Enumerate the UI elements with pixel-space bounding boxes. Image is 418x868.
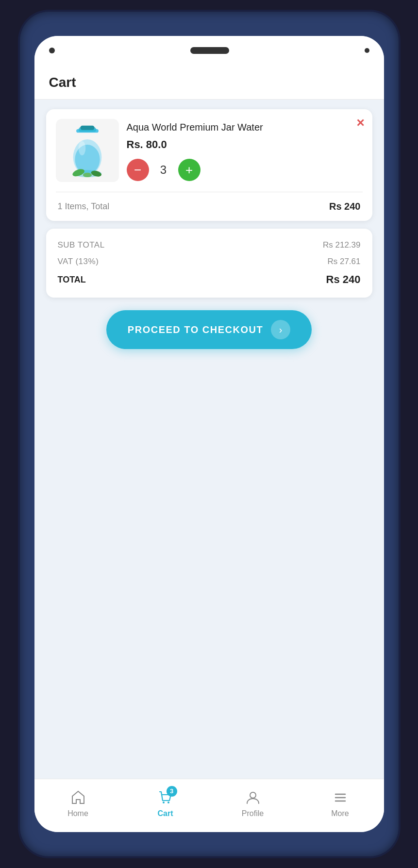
vat-row: VAT (13%) Rs 27.61 [58, 257, 361, 267]
quantity-value: 3 [159, 163, 168, 177]
checkout-arrow-icon: › [271, 320, 290, 339]
remove-item-button[interactable]: ✕ [356, 117, 365, 130]
svg-point-9 [83, 173, 91, 177]
checkout-button-label: PROCEED TO CHECKOUT [128, 324, 263, 335]
quantity-controls: − 3 + [127, 159, 363, 181]
phone-frame: Cart [20, 12, 399, 856]
status-bar [34, 36, 384, 65]
cart-item: Aqua World Premium Jar Water Rs. 80.0 − … [46, 109, 372, 192]
svg-point-5 [78, 141, 85, 155]
cart-summary-row: 1 Items, Total Rs 240 [46, 192, 372, 221]
nav-label-more: More [331, 809, 349, 818]
nav-label-profile: Profile [242, 809, 264, 818]
nav-item-cart[interactable]: 3 Cart [122, 789, 209, 818]
item-price: Rs. 80.0 [127, 138, 363, 151]
vat-value: Rs 27.61 [327, 257, 360, 267]
main-content: Aqua World Premium Jar Water Rs. 80.0 − … [34, 100, 384, 779]
sensor-area [365, 48, 369, 53]
item-details: Aqua World Premium Jar Water Rs. 80.0 − … [127, 119, 363, 181]
svg-point-12 [250, 792, 256, 798]
nav-item-home[interactable]: Home [34, 789, 122, 818]
cart-badge: 3 [167, 786, 177, 797]
front-camera-area [49, 48, 55, 53]
item-image-container [56, 119, 119, 182]
checkout-btn-container: PROCEED TO CHECKOUT › [46, 305, 372, 359]
page-title: Cart [49, 75, 76, 90]
vat-label: VAT (13%) [58, 257, 99, 267]
nav-item-more[interactable]: More [297, 789, 384, 818]
decrease-quantity-button[interactable]: − [127, 159, 149, 181]
profile-icon [244, 789, 262, 806]
nav-label-cart: Cart [157, 809, 173, 818]
total-value: Rs 240 [326, 273, 361, 286]
svg-rect-2 [80, 126, 94, 130]
total-label: TOTAL [58, 275, 86, 285]
nav-label-home: Home [67, 809, 88, 818]
app-header: Cart [34, 65, 384, 100]
sensor-dot [365, 48, 369, 53]
checkout-button[interactable]: PROCEED TO CHECKOUT › [106, 310, 312, 349]
svg-point-10 [163, 801, 165, 803]
totals-card: SUB TOTAL Rs 212.39 VAT (13%) Rs 27.61 T… [46, 229, 372, 298]
subtotal-label: SUB TOTAL [58, 240, 105, 250]
increase-quantity-button[interactable]: + [178, 159, 201, 181]
items-count: 1 Items, Total [58, 201, 110, 212]
cart-icon: 3 [157, 789, 174, 806]
total-row: TOTAL Rs 240 [58, 273, 361, 286]
speaker [190, 47, 229, 54]
subtotal-value: Rs 212.39 [323, 240, 361, 250]
subtotal-row: SUB TOTAL Rs 212.39 [58, 240, 361, 250]
home-icon [69, 789, 87, 806]
nav-item-profile[interactable]: Profile [209, 789, 297, 818]
bottom-nav: Home 3 Cart [34, 779, 384, 832]
camera-dot [49, 48, 55, 53]
phone-screen: Cart [34, 36, 384, 832]
items-total: Rs 240 [329, 201, 361, 212]
cart-card: Aqua World Premium Jar Water Rs. 80.0 − … [46, 109, 372, 221]
item-name: Aqua World Premium Jar Water [127, 121, 363, 134]
water-jug-image [63, 124, 112, 177]
svg-point-11 [167, 801, 169, 803]
more-icon [332, 789, 349, 806]
